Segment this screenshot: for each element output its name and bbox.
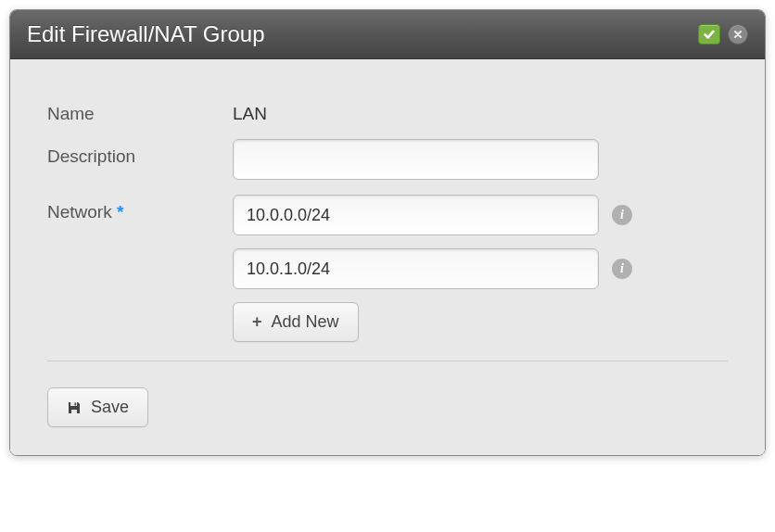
- add-new-label: Add New: [272, 312, 339, 332]
- network-fields: i i + Add New: [233, 195, 632, 342]
- network-entry: i: [233, 248, 632, 289]
- save-icon: [67, 400, 82, 415]
- edit-firewall-nat-group-dialog: Edit Firewall/NAT Group Name LAN Descrip…: [9, 9, 766, 456]
- divider: [47, 361, 728, 361]
- svg-rect-1: [71, 410, 77, 413]
- network-input[interactable]: [233, 195, 599, 235]
- dialog-title: Edit Firewall/NAT Group: [27, 21, 265, 47]
- checkmark-icon: [703, 28, 716, 41]
- description-label: Description: [47, 139, 233, 167]
- description-row: Description: [47, 139, 728, 180]
- close-icon: [733, 30, 743, 39]
- close-button[interactable]: [728, 24, 748, 44]
- name-value: LAN: [233, 96, 267, 124]
- add-new-wrapper: + Add New: [233, 302, 632, 342]
- required-mark: *: [117, 202, 123, 222]
- header-actions: [698, 24, 748, 44]
- svg-rect-2: [75, 402, 77, 405]
- info-icon[interactable]: i: [612, 205, 632, 225]
- plus-icon: +: [252, 312, 262, 332]
- network-label: Network *: [47, 195, 233, 222]
- info-icon[interactable]: i: [612, 259, 632, 279]
- description-input[interactable]: [233, 139, 599, 180]
- save-button[interactable]: Save: [47, 387, 148, 427]
- network-input[interactable]: [233, 248, 599, 289]
- dialog-header: Edit Firewall/NAT Group: [10, 10, 765, 59]
- network-label-text: Network: [47, 202, 112, 222]
- save-label: Save: [91, 398, 129, 417]
- name-label: Name: [47, 96, 233, 124]
- network-row: Network * i i + Add New: [47, 195, 728, 342]
- confirm-button[interactable]: [698, 24, 720, 44]
- add-new-button[interactable]: + Add New: [233, 302, 359, 342]
- network-entry: i: [233, 195, 632, 235]
- name-row: Name LAN: [47, 96, 728, 124]
- dialog-body: Name LAN Description Network * i i: [10, 59, 765, 455]
